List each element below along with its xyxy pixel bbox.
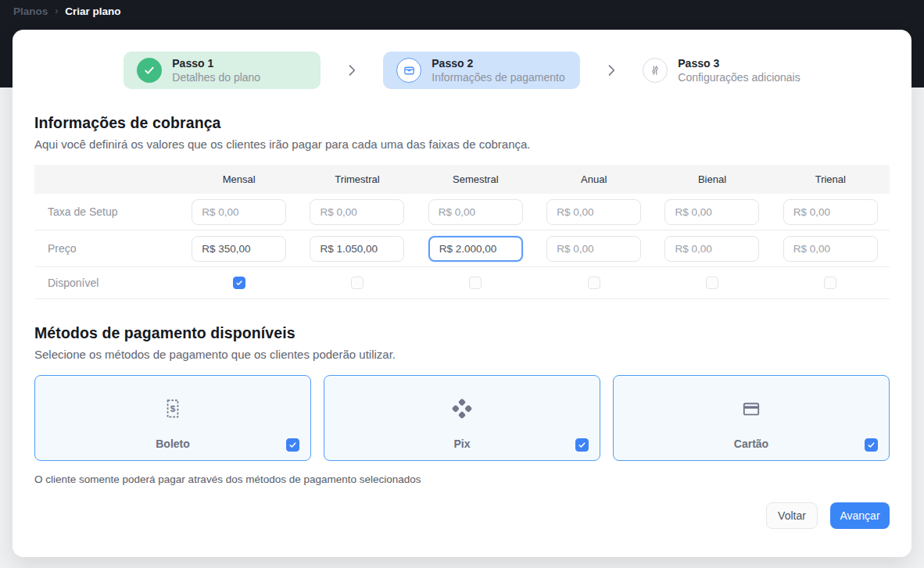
stepper-chevron-right-icon xyxy=(344,63,360,78)
step-3-pill[interactable]: Passo 3 Configurações adicionais xyxy=(643,52,800,89)
price-input-trimestral[interactable] xyxy=(310,236,404,262)
step-2-pill[interactable]: Passo 2 Informações de pagamento xyxy=(383,52,580,89)
breadcrumb-planos-link[interactable]: Planos xyxy=(13,5,48,17)
check-icon xyxy=(578,441,586,449)
setup-fee-input-mensal[interactable] xyxy=(192,199,286,225)
available-checkbox-anual[interactable] xyxy=(588,277,600,289)
step-1-circle xyxy=(137,58,162,83)
svg-text:$: $ xyxy=(170,403,176,413)
available-checkbox-trienal[interactable] xyxy=(824,277,836,289)
step-1-subtitle: Detalhes do plano xyxy=(172,70,260,84)
column-header-bienal: Bienal xyxy=(653,173,771,185)
column-header-mensal: Mensal xyxy=(180,173,298,185)
step-3-title: Passo 3 xyxy=(678,56,800,70)
method-checkbox-pix[interactable] xyxy=(575,438,589,452)
boleto-icon: $ xyxy=(163,396,183,421)
setup-fee-input-trimestral[interactable] xyxy=(310,199,404,225)
method-checkbox-boleto[interactable] xyxy=(286,438,299,452)
method-card-pix[interactable]: Pix xyxy=(324,375,600,461)
price-input-semestral[interactable] xyxy=(428,236,523,262)
payment-methods-cards: $ Boleto Pix Cartão xyxy=(34,375,890,461)
next-button[interactable]: Avançar xyxy=(830,502,890,529)
pix-icon xyxy=(451,396,473,421)
billing-table: Mensal Trimestral Semestral Anual Bienal… xyxy=(34,165,890,299)
price-input-anual[interactable] xyxy=(546,236,641,262)
setup-fee-input-semestral[interactable] xyxy=(428,199,523,225)
method-label-cartao: Cartão xyxy=(614,438,889,450)
method-card-boleto[interactable]: $ Boleto xyxy=(34,375,311,461)
available-row: Disponível xyxy=(34,267,890,299)
available-checkbox-bienal[interactable] xyxy=(706,277,718,289)
column-header-trimestral: Trimestral xyxy=(298,173,416,185)
step-2-circle xyxy=(396,58,421,83)
method-card-cartao[interactable]: Cartão xyxy=(613,375,890,461)
step-1-title: Passo 1 xyxy=(172,56,260,70)
check-icon xyxy=(143,64,156,77)
price-label: Preço xyxy=(34,242,180,255)
available-checkbox-semestral[interactable] xyxy=(469,277,482,289)
credit-card-icon xyxy=(740,396,763,421)
billing-table-header: Mensal Trimestral Semestral Anual Bienal… xyxy=(34,165,890,194)
method-label-pix: Pix xyxy=(324,438,600,450)
available-checkbox-mensal[interactable] xyxy=(233,277,245,289)
available-checkbox-trimestral[interactable] xyxy=(351,277,364,289)
settings-sliders-icon xyxy=(649,64,661,77)
step-2-subtitle: Informações de pagamento xyxy=(432,70,564,84)
check-icon xyxy=(288,441,297,449)
check-icon xyxy=(235,279,243,287)
payment-card-icon xyxy=(403,64,416,77)
back-button[interactable]: Voltar xyxy=(766,502,818,529)
stepper-chevron-right-icon xyxy=(603,63,619,78)
price-row: Preço xyxy=(34,230,890,267)
breadcrumb-current: Criar plano xyxy=(65,5,120,17)
step-3-circle xyxy=(643,58,668,83)
billing-section-title: Informações de cobrança xyxy=(34,114,890,132)
step-2-title: Passo 2 xyxy=(432,56,564,70)
setup-fee-input-trienal[interactable] xyxy=(783,199,878,225)
price-input-trienal[interactable] xyxy=(783,236,878,262)
column-header-anual: Anual xyxy=(535,173,653,185)
price-input-bienal[interactable] xyxy=(664,236,759,262)
wizard-stepper: Passo 1 Detalhes do plano Passo 2 Inform… xyxy=(34,52,890,89)
step-1-pill[interactable]: Passo 1 Detalhes do plano xyxy=(124,52,321,89)
column-header-semestral: Semestral xyxy=(417,173,535,185)
setup-fee-label: Taxa de Setup xyxy=(34,205,180,218)
billing-section-subtitle: Aqui você definirá os valores que os cli… xyxy=(34,138,890,151)
check-icon xyxy=(867,441,876,449)
payment-methods-note: O cliente somente poderá pagar através d… xyxy=(34,473,890,485)
setup-fee-input-anual[interactable] xyxy=(546,199,641,225)
wizard-footer: Voltar Avançar xyxy=(34,502,890,529)
breadcrumb: Planos › Criar plano xyxy=(0,0,121,22)
available-label: Disponível xyxy=(34,277,180,289)
payment-methods-subtitle: Selecione os métodos de pagamento que os… xyxy=(34,348,890,361)
setup-fee-input-bienal[interactable] xyxy=(664,199,759,225)
method-label-boleto: Boleto xyxy=(35,438,310,450)
price-input-mensal[interactable] xyxy=(192,236,286,262)
column-header-trienal: Trienal xyxy=(772,173,890,185)
setup-fee-row: Taxa de Setup xyxy=(34,194,890,230)
step-3-subtitle: Configurações adicionais xyxy=(678,70,800,84)
breadcrumb-separator-icon: › xyxy=(55,5,58,16)
method-checkbox-cartao[interactable] xyxy=(865,438,878,452)
create-plan-card: Passo 1 Detalhes do plano Passo 2 Inform… xyxy=(13,30,911,557)
payment-methods-title: Métodos de pagamento disponíveis xyxy=(34,324,890,342)
